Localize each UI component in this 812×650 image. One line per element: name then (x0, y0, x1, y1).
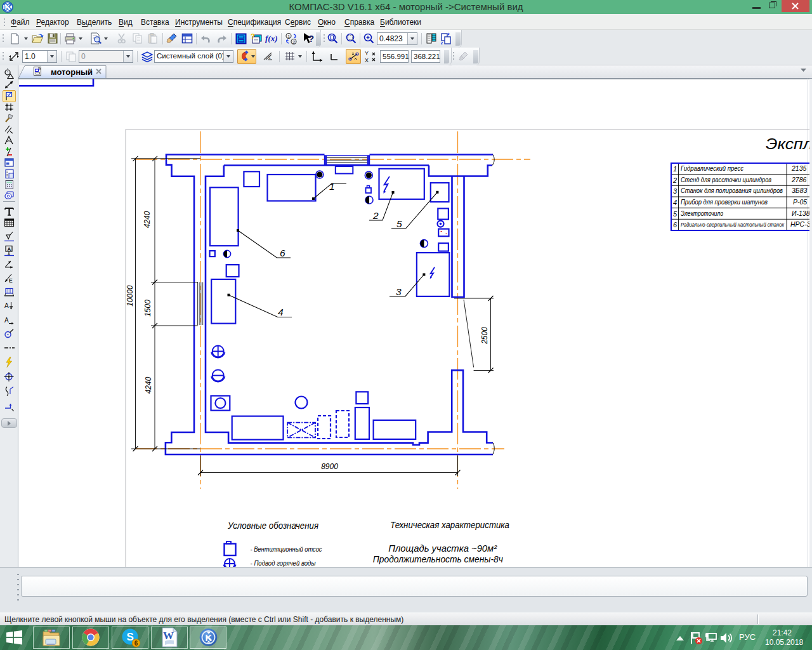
svg-text:5: 5 (673, 210, 678, 218)
svg-text:X: X (365, 57, 369, 63)
svg-text:?: ? (308, 33, 314, 44)
svg-text:1: 1 (268, 55, 271, 60)
svg-text:A: A (4, 302, 9, 309)
svg-text:2: 2 (372, 210, 379, 221)
svg-text:Радиально-сверлильный настольн: Радиально-сверлильный настольный станок (681, 222, 785, 228)
svg-text:НРС-32: НРС-32 (790, 220, 809, 228)
svg-text:моторный: моторный (51, 67, 93, 77)
svg-text:W: W (163, 630, 174, 642)
svg-text:A: A (4, 316, 9, 323)
svg-text:1500: 1500 (143, 300, 152, 317)
svg-text:Гидравлический пресс: Гидравлический пресс (681, 164, 744, 172)
svg-text:f(x): f(x) (265, 34, 278, 43)
svg-text:E: E (9, 277, 13, 283)
svg-text:3: 3 (396, 286, 402, 297)
svg-text:Продолжительность смены-8ч: Продолжительность смены-8ч (373, 554, 503, 564)
svg-text:6: 6 (134, 640, 138, 647)
svg-text:3Б83: 3Б83 (792, 187, 808, 194)
svg-text:Y: Y (365, 50, 369, 56)
svg-text:Прибор для проверки шатунов: Прибор для проверки шатунов (681, 198, 768, 206)
svg-text:4240: 4240 (143, 211, 152, 228)
svg-text:1: 1 (673, 165, 677, 173)
svg-text:2135: 2135 (791, 164, 807, 172)
svg-text:4240: 4240 (144, 376, 153, 394)
svg-text:Условные обозначения: Условные обозначения (227, 520, 318, 531)
svg-text:Р-05: Р-05 (793, 198, 807, 206)
svg-text:6: 6 (673, 221, 678, 229)
svg-text:- Подвод горячей воды: - Подвод горячей воды (251, 559, 316, 567)
svg-text:1: 1 (329, 181, 335, 192)
svg-text:4: 4 (673, 199, 677, 206)
svg-text:A: A (8, 246, 11, 251)
svg-text:И-138: И-138 (792, 209, 809, 217)
svg-text:2500: 2500 (480, 327, 489, 345)
svg-text:Станок для полирования цилиндр: Станок для полирования цилиндров (681, 187, 783, 194)
svg-text:10000: 10000 (126, 285, 134, 307)
svg-text:1: 1 (287, 34, 291, 39)
svg-text:8900: 8900 (321, 462, 338, 471)
svg-text:3: 3 (673, 187, 678, 195)
svg-text:Техническая характеристика: Техническая характеристика (390, 519, 509, 530)
svg-text:6: 6 (280, 248, 285, 258)
svg-text:5: 5 (396, 218, 402, 229)
svg-text:Экспликация: Экспликация (766, 135, 809, 152)
svg-text:4: 4 (278, 307, 284, 317)
svg-text:2786: 2786 (791, 176, 807, 183)
svg-text:Электроточило: Электроточило (681, 209, 723, 217)
svg-text:2: 2 (292, 39, 296, 45)
svg-text:- Вентиляционный отсос: - Вентиляционный отсос (251, 545, 323, 553)
svg-text:Площадь участка ~90м²: Площадь участка ~90м² (388, 543, 497, 554)
svg-text:?: ? (251, 32, 255, 40)
svg-text:2: 2 (672, 176, 677, 184)
svg-text:Стенд для рассточки цилиндров: Стенд для рассточки цилиндров (681, 176, 771, 183)
